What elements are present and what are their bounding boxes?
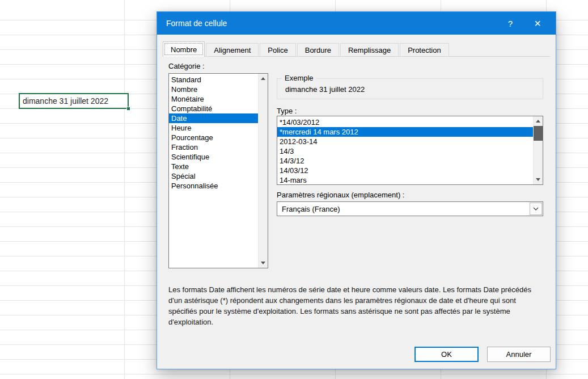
- category-item-special[interactable]: Spécial: [169, 171, 258, 181]
- example-value: dimanche 31 juillet 2022: [277, 79, 543, 100]
- ok-button[interactable]: OK: [414, 347, 479, 362]
- type-item-4[interactable]: 14/3/12: [277, 156, 533, 166]
- selected-cell[interactable]: dimanche 31 juillet 2022: [19, 93, 129, 109]
- tab-nombre[interactable]: Nombre: [163, 41, 205, 57]
- example-label: Exemple: [282, 74, 316, 82]
- type-item-0[interactable]: *14/03/2012: [277, 117, 533, 127]
- help-button[interactable]: ?: [497, 12, 524, 35]
- category-item-texte[interactable]: Texte: [169, 162, 258, 171]
- cancel-button[interactable]: Annuler: [487, 347, 551, 362]
- scroll-up-icon: [261, 77, 265, 80]
- type-label: Type :: [277, 107, 297, 115]
- selected-cell-text: dimanche 31 juillet 2022: [23, 96, 108, 106]
- category-item-fraction[interactable]: Fraction: [169, 142, 258, 152]
- category-item-comptabilite[interactable]: Comptabilité: [169, 104, 258, 113]
- example-groupbox: Exemple dimanche 31 juillet 2022: [277, 78, 543, 99]
- category-item-date[interactable]: Date: [169, 113, 258, 123]
- type-item-3[interactable]: 14/3: [277, 146, 533, 156]
- close-button[interactable]: ×: [524, 12, 551, 35]
- locale-label: Paramètres régionaux (emplacement) :: [277, 191, 404, 199]
- type-scrollbar[interactable]: [533, 116, 543, 184]
- category-item-scientifique[interactable]: Scientifique: [169, 152, 258, 162]
- description-text: Les formats Date affichent les numéros d…: [168, 284, 544, 327]
- type-scroll-thumb[interactable]: [534, 126, 543, 141]
- type-item-2[interactable]: 2012-03-14: [277, 137, 533, 146]
- type-list-items: *14/03/2012 *mercredi 14 mars 2012 2012-…: [277, 116, 533, 184]
- dialog-title: Format de cellule: [166, 19, 227, 28]
- scroll-up-icon: [536, 120, 540, 123]
- help-icon: ?: [508, 19, 513, 28]
- chevron-down-icon: [533, 207, 539, 210]
- type-item-1[interactable]: *mercredi 14 mars 2012: [277, 127, 533, 137]
- scroll-down-button[interactable]: [259, 258, 268, 268]
- scroll-down-button[interactable]: [534, 175, 543, 184]
- category-item-standard[interactable]: Standard: [169, 75, 258, 85]
- tab-police[interactable]: Police: [260, 43, 295, 56]
- dialog-titlebar[interactable]: Format de cellule ? ×: [157, 12, 556, 35]
- category-list-items: Standard Nombre Monétaire Comptabilité D…: [169, 74, 258, 268]
- category-scroll-track[interactable]: [259, 83, 268, 258]
- scroll-up-button[interactable]: [534, 116, 543, 126]
- fill-handle[interactable]: [126, 107, 130, 111]
- tab-bordure[interactable]: Bordure: [297, 43, 339, 56]
- locale-value: Français (France): [277, 205, 530, 213]
- category-label: Catégorie :: [168, 62, 205, 70]
- locale-combobox[interactable]: Français (France): [277, 201, 543, 216]
- category-listbox: Standard Nombre Monétaire Comptabilité D…: [168, 73, 268, 268]
- type-item-6[interactable]: 14-mars: [277, 175, 533, 184]
- type-scroll-track[interactable]: [534, 126, 543, 175]
- category-item-personnalisee[interactable]: Personnalisée: [169, 181, 258, 191]
- tab-protection[interactable]: Protection: [400, 43, 449, 56]
- type-item-5[interactable]: 14/03/12: [277, 166, 533, 175]
- category-scrollbar[interactable]: [258, 74, 268, 268]
- titlebar-buttons: ? ×: [497, 12, 551, 35]
- type-listbox: *14/03/2012 *mercredi 14 mars 2012 2012-…: [277, 116, 543, 185]
- category-item-monetaire[interactable]: Monétaire: [169, 94, 258, 104]
- excel-window: dimanche 31 juillet 2022 Format de cellu…: [0, 0, 588, 379]
- close-icon: ×: [534, 17, 541, 30]
- scroll-up-button[interactable]: [259, 74, 268, 83]
- category-item-nombre[interactable]: Nombre: [169, 85, 258, 94]
- combo-dropdown-button[interactable]: [530, 203, 542, 215]
- format-cells-dialog: Format de cellule ? × Nombre Alignement …: [156, 11, 556, 369]
- tab-alignement[interactable]: Alignement: [206, 43, 259, 56]
- scroll-down-icon: [536, 178, 540, 181]
- category-item-heure[interactable]: Heure: [169, 123, 258, 133]
- tab-remplissage[interactable]: Remplissage: [340, 43, 399, 56]
- scroll-down-icon: [261, 262, 265, 264]
- tab-strip: Nombre Alignement Police Bordure Remplis…: [163, 41, 550, 57]
- category-item-pourcentage[interactable]: Pourcentage: [169, 133, 258, 142]
